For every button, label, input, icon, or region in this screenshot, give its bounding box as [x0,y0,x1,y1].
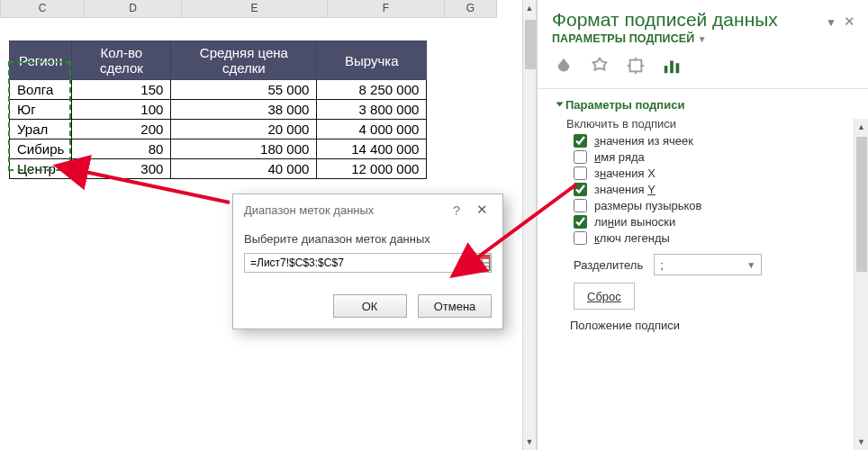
data-label-range-dialog: Диапазон меток данных ? ✕ Выберите диапа… [232,194,503,329]
svg-rect-7 [665,66,668,73]
table-row[interactable]: Урал 200 20 000 4 000 000 [10,120,427,140]
cell-avg[interactable]: 40 000 [171,159,317,179]
cell-rev[interactable]: 4 000 000 [317,120,427,140]
spreadsheet-icon [471,253,491,273]
col-header[interactable]: E [182,0,328,18]
scroll-down-icon[interactable]: ▼ [854,434,868,450]
cell-avg[interactable]: 180 000 [171,140,317,159]
checkbox[interactable] [574,134,587,148]
size-icon[interactable] [624,54,647,77]
ok-button[interactable]: ОК [333,294,407,318]
checkbox[interactable] [574,231,587,245]
close-icon[interactable]: ✕ [468,202,495,218]
label-position: Положение подписи [570,319,854,332]
cell-rev[interactable]: 14 400 000 [317,140,427,159]
scroll-up-icon[interactable]: ▲ [523,0,536,16]
sheet-scrollbar[interactable]: ▲ ▼ [522,0,537,450]
pane-scrollbar[interactable]: ▲ ▼ [854,119,868,450]
range-input[interactable] [244,253,465,273]
cell-avg[interactable]: 20 000 [171,120,317,140]
cell-deals[interactable]: 200 [72,120,171,140]
fill-icon[interactable] [552,54,575,77]
check-values-from-cells[interactable]: значения из ячеек [574,134,854,148]
check-bubble-size[interactable]: размеры пузырьков [574,199,854,212]
check-x-values[interactable]: значения X [574,166,854,180]
label-options-icon[interactable] [660,54,683,77]
separator-row: Разделитель ;▼ [574,254,854,275]
reset-button[interactable]: Сброс [574,283,635,310]
col-header[interactable]: G [445,0,497,18]
range-selector-button[interactable] [470,253,492,273]
svg-rect-8 [670,61,674,74]
cell-region[interactable]: Сибирь [10,140,72,159]
include-label: Включить в подписи [566,117,854,130]
cell-avg[interactable]: 38 000 [171,100,317,120]
cell-deals[interactable]: 300 [72,159,171,179]
col-header[interactable]: F [328,0,445,18]
dialog-titlebar[interactable]: Диапазон меток данных ? ✕ [233,194,502,225]
separator-label: Разделитель [574,258,643,272]
check-leader-lines[interactable]: линии выноски [574,215,854,229]
dialog-title: Диапазон меток данных [244,203,445,217]
pane-close-icon[interactable]: ✕ [844,14,855,30]
checkbox[interactable] [574,199,587,212]
cancel-button[interactable]: Отмена [418,294,492,318]
cell-region[interactable]: Урал [10,120,72,140]
checkbox[interactable] [574,215,587,229]
separator-combo[interactable]: ;▼ [654,254,762,275]
col-header[interactable]: D [85,0,182,18]
th-rev[interactable]: Выручка [317,41,427,80]
table-row[interactable]: Сибирь 80 180 000 14 400 000 [10,140,427,159]
svg-rect-6 [630,60,642,72]
checkbox[interactable] [574,150,587,164]
cell-deals[interactable]: 150 [72,80,171,100]
cell-rev[interactable]: 8 250 000 [317,80,427,100]
svg-rect-9 [676,63,680,73]
scroll-thumb[interactable] [856,137,867,272]
section-label-options[interactable]: Параметры подписи [557,98,854,112]
cell-rev[interactable]: 12 000 000 [317,159,427,179]
scroll-thumb[interactable] [525,20,536,69]
cell-avg[interactable]: 55 000 [171,80,317,100]
cell-region[interactable]: Центр [10,159,72,179]
svg-rect-1 [472,256,489,259]
col-header[interactable]: C [0,0,85,18]
cell-region[interactable]: Юг [10,100,72,120]
pane-title: Формат подписей данных [552,9,826,31]
scroll-down-icon[interactable]: ▼ [523,434,536,450]
cell-rev[interactable]: 3 800 000 [317,100,427,120]
pane-tab-icons [538,52,868,88]
format-datalabels-pane: Формат подписей данных ▼ ✕ Параметры под… [537,0,868,450]
th-avg[interactable]: Средняя цена сделки [171,41,317,80]
cell-region[interactable]: Волга [10,80,72,100]
help-icon[interactable]: ? [445,202,468,218]
checkbox[interactable] [574,166,587,180]
effects-icon[interactable] [588,54,611,77]
th-deals[interactable]: Кол-во сделок [72,41,171,80]
scroll-up-icon[interactable]: ▲ [854,119,868,135]
table-row[interactable]: Волга 150 55 000 8 250 000 [10,80,427,100]
pane-options-dropdown-icon[interactable]: ▼ [826,16,836,29]
pane-subtitle[interactable]: Параметры подписей [552,32,694,45]
dialog-prompt: Выберите диапазон меток данных [244,232,492,246]
column-header-row: C D E F G [0,0,531,18]
check-y-values[interactable]: значения Y [574,183,854,196]
check-series-name[interactable]: имя ряда [574,150,854,164]
th-region[interactable]: Регион [10,41,72,80]
table-row[interactable]: Центр 300 40 000 12 000 000 [10,159,427,179]
data-table: Регион Кол-во сделок Средняя цена сделки… [9,40,427,179]
cell-deals[interactable]: 100 [72,100,171,120]
cell-deals[interactable]: 80 [72,140,171,159]
table-row[interactable]: Юг 100 38 000 3 800 000 [10,100,427,120]
check-legend-key[interactable]: ключ легенды [574,231,854,245]
checkbox[interactable] [574,183,587,196]
